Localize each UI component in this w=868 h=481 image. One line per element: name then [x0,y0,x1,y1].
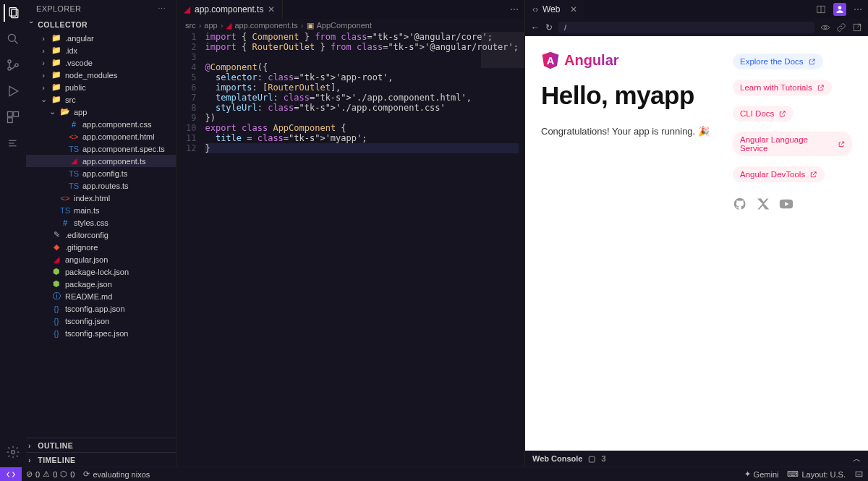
file-app.component.html[interactable]: <>app.component.html [26,130,176,142]
settings-gear-icon[interactable] [4,443,22,461]
folder-app[interactable]: ⌄📂app [26,106,176,118]
tab-label: Web [542,4,560,14]
link-icon[interactable] [836,22,846,33]
file-icon: ◢ [51,255,61,265]
file-app.component.spec.ts[interactable]: TSapp.component.spec.ts [26,142,176,155]
preview-viewport[interactable]: A Angular Hello, myapp Congratulations! … [525,36,868,451]
folder-public[interactable]: ›📁public [26,81,176,93]
file-icon: 📁 [51,58,61,68]
back-icon[interactable]: ← [531,22,540,33]
close-tab-icon[interactable]: ✕ [570,4,577,14]
extensions-icon[interactable] [4,108,22,126]
svg-point-5 [8,67,11,70]
file-tsconfig.json[interactable]: {}tsconfig.json [26,315,176,327]
file-package.json[interactable]: ⬢package.json [26,278,176,290]
chevron-up-icon[interactable]: ︿ [853,454,861,464]
file-icon: 📁 [51,70,61,80]
github-icon[interactable] [733,197,747,211]
file-main.ts[interactable]: TSmain.ts [26,204,176,216]
file-icon: TS [69,144,79,154]
account-icon[interactable] [833,3,846,16]
code-lines[interactable]: import { Component } from class="tk-s">'… [205,32,524,467]
more-icon[interactable]: ⋯ [854,4,862,14]
editor-actions: ⋯ [504,0,524,19]
minimap[interactable] [481,32,524,68]
folder-.vscode[interactable]: ›📁.vscode [26,56,176,69]
run-debug-icon[interactable] [4,82,22,100]
split-icon[interactable] [816,4,826,14]
console-icon: ▢ [588,454,595,464]
svg-rect-1 [12,9,18,18]
close-tab-icon[interactable]: ✕ [268,4,275,14]
file-.gitignore[interactable]: ◆.gitignore [26,241,176,253]
folder-.idx[interactable]: ›📁.idx [26,44,176,56]
sync-icon: ⟳ [83,469,90,479]
file-README.md[interactable]: ⓘREADME.md [26,290,176,302]
file-icon: <> [60,193,70,203]
svg-point-18 [824,26,827,29]
file-app.component.css[interactable]: #app.component.css [26,118,176,130]
url-bar[interactable]: / [558,22,814,33]
resource-link[interactable]: Angular DevTools [733,166,825,182]
file-icon: 📁 [51,82,61,93]
explorer-icon[interactable] [4,4,21,22]
timeline-section[interactable]: TIMELINE [26,452,176,467]
angular-file-icon: ◢ [184,4,190,14]
social-links [733,197,852,211]
search-icon[interactable] [4,30,22,48]
file-.editorconfig[interactable]: ✎.editorconfig [26,229,176,241]
task-status[interactable]: ⟳ evaluating nixos [79,469,154,479]
status-bar: ⊘0 ⚠0 ⬡0 ⟳ evaluating nixos ✦Gemini ⌨Lay… [0,467,868,481]
web-console-bar[interactable]: Web Console ▢ 3 ︿ [525,451,868,467]
problems-indicator[interactable]: ⊘0 ⚠0 ⬡0 [22,469,79,479]
resource-link[interactable]: Explore the Docs [733,54,823,69]
project-header[interactable]: COLLECTOR [26,17,176,32]
gemini-indicator[interactable]: ✦Gemini [740,469,783,479]
outline-section[interactable]: OUTLINE [26,438,176,452]
folder-node_modules[interactable]: ›📁node_modules [26,69,176,81]
svg-rect-10 [8,118,13,123]
code-editor[interactable]: 123456789101112 import { Component } fro… [176,32,524,467]
more-icon[interactable]: ⋯ [510,4,519,14]
file-icon: 📁 [51,33,61,43]
file-icon: 📁 [51,46,61,56]
preview-tabbar: ‹› Web ✕ ⋯ [525,0,868,19]
inspect-icon[interactable] [820,22,830,33]
notifications-icon[interactable] [850,469,868,479]
file-icon: {} [51,316,61,326]
editor-tab[interactable]: ◢ app.component.ts ✕ [176,0,283,19]
resource-link[interactable]: CLI Docs [733,106,793,122]
youtube-icon[interactable] [779,197,793,211]
file-icon: 📂 [60,107,70,117]
file-app.component.ts[interactable]: ◢app.component.ts [26,155,176,167]
folder-.angular[interactable]: ›📁.angular [26,32,176,44]
file-icon: ◆ [51,242,61,252]
hello-heading: Hello, myapp [541,81,718,110]
breadcrumb[interactable]: src› app› ◢app.component.ts› ▣AppCompone… [176,19,524,32]
file-tsconfig.spec.json[interactable]: {}tsconfig.spec.json [26,327,176,339]
open-external-icon[interactable] [852,22,862,33]
file-tsconfig.app.json[interactable]: {}tsconfig.app.json [26,302,176,315]
x-icon[interactable] [756,197,770,211]
activity-bar [0,0,26,467]
resource-link[interactable]: Angular Language Service [733,132,852,156]
folder-src[interactable]: ⌄📁src [26,93,176,106]
file-styles.css[interactable]: #styles.css [26,216,176,229]
file-app.config.ts[interactable]: TSapp.config.ts [26,167,176,179]
source-control-icon[interactable] [4,56,22,74]
file-index.html[interactable]: <>index.html [26,192,176,204]
file-icon: # [69,119,79,129]
file-app.routes.ts[interactable]: TSapp.routes.ts [26,179,176,192]
file-package-lock.json[interactable]: ⬢package-lock.json [26,265,176,278]
remote-indicator[interactable] [0,467,22,481]
layout-indicator[interactable]: ⌨Layout: U.S. [783,469,850,479]
svg-rect-9 [14,112,19,117]
file-angular.json[interactable]: ◢angular.json [26,253,176,265]
menu-icon[interactable] [4,135,22,152]
tab-label: app.component.ts [195,4,263,14]
reload-icon[interactable]: ↻ [545,22,553,33]
more-icon[interactable]: ⋯ [158,4,166,14]
web-preview-pane: ‹› Web ✕ ⋯ ← ↻ / A Angular Hel [524,0,868,467]
preview-tab[interactable]: ‹› Web ✕ [525,0,584,19]
resource-link[interactable]: Learn with Tutorials [733,80,832,95]
